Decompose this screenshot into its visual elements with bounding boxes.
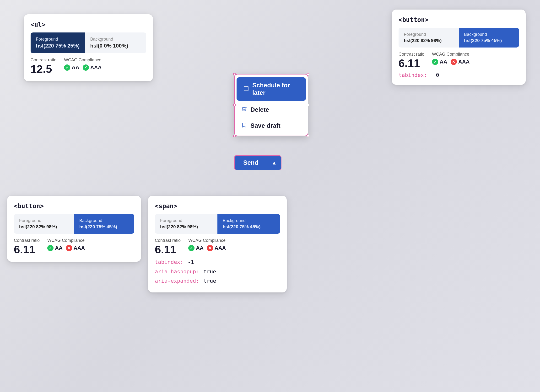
- tabindex-row-btn-top: tabindex: 0: [399, 72, 519, 78]
- send-dot-tl: [234, 155, 236, 157]
- dot-tr: [307, 73, 309, 75]
- dot-mr: [307, 104, 309, 106]
- aa-text-span: AA: [196, 245, 204, 251]
- wcag-block-btn-top: WCAG Compliance ✓ AA ✕ AAA: [432, 52, 470, 65]
- contrast-value-btn-top: 6.11: [399, 58, 424, 69]
- save-draft-label: Save draft: [250, 122, 281, 129]
- swatch-bg-val-btn-bot: hsl(220 75% 45%): [79, 224, 129, 229]
- card-button-bottom: <button> Foreground hsl(220 82% 98%) Bac…: [7, 196, 141, 262]
- swatch-fg-label-ul: Foreground: [36, 37, 80, 42]
- dropdown-menu[interactable]: Schedule for later Delete Save draft: [234, 74, 308, 136]
- swatch-fg-label-btn-bot: Foreground: [19, 218, 69, 223]
- color-swatches-button-top: Foreground hsl(220 82% 98%) Background h…: [399, 28, 519, 48]
- aria-tabindex-name: tabindex:: [155, 259, 183, 265]
- wcag-block-ul: WCAG Compliance ✓ AA ✓ AAA: [64, 58, 102, 71]
- aa-label-btn-top: AA: [440, 59, 447, 65]
- delete-label: Delete: [250, 106, 269, 113]
- wcag-label-ul: WCAG Compliance: [64, 58, 102, 63]
- aaa-text-span: AAA: [215, 245, 226, 251]
- swatch-bg-span: Background hsl(220 75% 45%): [217, 214, 280, 234]
- swatch-fg-label-btn-top: Foreground: [404, 32, 454, 37]
- badge-aa-ul: ✓ AA: [64, 64, 79, 71]
- swatch-foreground-ul: Foreground hsl(220 75% 25%): [31, 32, 85, 53]
- aaa-pass-icon-ul: ✓: [83, 64, 89, 71]
- aaa-label-ul: AAA: [90, 64, 102, 71]
- trash-icon: [241, 106, 247, 113]
- bookmark-icon: [241, 122, 247, 129]
- svg-rect-0: [244, 86, 248, 91]
- aria-row-tabindex: tabindex:-1: [155, 257, 280, 267]
- badge-aaa-btn-bot: ✕ AAA: [66, 245, 85, 251]
- badge-aaa-ul: ✓ AAA: [83, 64, 102, 71]
- contrast-label-btn-bot: Contrast ratio: [14, 238, 40, 243]
- swatch-fg-span: Foreground hsl(220 82% 98%): [155, 214, 217, 234]
- wcag-block-btn-bot: WCAG Compliance ✓ AA ✕ AAA: [47, 238, 85, 251]
- dropdown-item-delete[interactable]: Delete: [235, 102, 308, 118]
- swatch-bg-button-top: Background hsl(220 75% 45%): [459, 28, 519, 48]
- contrast-value-ul: 12.5: [31, 64, 56, 74]
- badge-aaa-span: ✕ AAA: [207, 245, 226, 251]
- wcag-badges-ul: ✓ AA ✓ AAA: [64, 64, 102, 71]
- metrics-button-top: Contrast ratio 6.11 WCAG Compliance ✓ AA…: [399, 52, 519, 69]
- dot-ml: [233, 104, 236, 106]
- wcag-label-btn-top: WCAG Compliance: [432, 52, 470, 57]
- metrics-btn-bottom: Contrast ratio 6.11 WCAG Compliance ✓ AA…: [14, 238, 134, 255]
- swatch-background-ul: Background hsl(0 0% 100%): [85, 32, 146, 53]
- card-span: <span> Foreground hsl(220 82% 98%) Backg…: [148, 196, 287, 292]
- swatch-bg-label-btn-top: Background: [464, 32, 514, 37]
- swatch-fg-val-btn-top: hsl(220 82% 98%): [404, 38, 454, 43]
- aaa-fail-icon-btn-top: ✕: [451, 59, 457, 65]
- contrast-block-ul: Contrast ratio 12.5: [31, 58, 56, 74]
- swatch-bg-label-span: Background: [223, 218, 275, 223]
- card-tag-span: <span>: [155, 202, 280, 210]
- tabindex-attr-value: 0: [436, 72, 439, 78]
- swatch-fg-btn-bottom: Foreground hsl(220 82% 98%): [14, 214, 74, 234]
- metrics-ul: Contrast ratio 12.5 WCAG Compliance ✓ AA…: [31, 58, 146, 74]
- calendar-icon: [243, 85, 249, 93]
- chevron-up-icon: ▲: [272, 160, 277, 166]
- aria-haspopup-val: true: [203, 269, 216, 275]
- aria-expanded-val: true: [203, 278, 216, 284]
- card-button-top: <button> Foreground hsl(220 82% 98%) Bac…: [392, 10, 526, 85]
- aaa-icon-btn-bot: ✕: [66, 245, 72, 251]
- aa-icon-span: ✓: [188, 245, 194, 251]
- aa-pass-icon-ul: ✓: [64, 64, 70, 71]
- card-tag-ul: <ul>: [31, 21, 146, 28]
- aa-text-btn-bot: AA: [55, 245, 63, 251]
- swatch-fg-val-span: hsl(220 82% 98%): [160, 224, 212, 229]
- card-ul: <ul> Foreground hsl(220 75% 25%) Backgro…: [24, 14, 153, 81]
- contrast-value-btn-bot: 6.11: [14, 244, 40, 255]
- aaa-label-btn-top: AAA: [458, 59, 470, 65]
- aria-haspopup-name: aria-haspopup:: [155, 269, 199, 275]
- badge-aa-btn-top: ✓ AA: [432, 59, 447, 65]
- send-button[interactable]: Send: [235, 156, 267, 170]
- send-button-group[interactable]: Send ▲: [234, 155, 281, 170]
- contrast-value-span: 6.11: [155, 244, 181, 255]
- contrast-label-span: Contrast ratio: [155, 238, 181, 243]
- swatch-bg-val-span: hsl(220 75% 45%): [223, 224, 275, 229]
- aa-pass-icon-btn-top: ✓: [432, 59, 438, 65]
- dropdown-item-save-draft[interactable]: Save draft: [235, 118, 308, 134]
- wcag-label-btn-bot: WCAG Compliance: [47, 238, 85, 243]
- contrast-block-btn-top: Contrast ratio 6.11: [399, 52, 424, 69]
- aria-row-haspopup: aria-haspopup:true: [155, 267, 280, 276]
- contrast-label-ul: Contrast ratio: [31, 58, 56, 63]
- send-dot-tr: [280, 155, 281, 157]
- aria-row-expanded: aria-expanded:true: [155, 276, 280, 286]
- swatch-bg-btn-bottom: Background hsl(220 75% 45%): [74, 214, 134, 234]
- swatch-bg-val-btn-top: hsl(220 75% 45%): [464, 38, 514, 43]
- contrast-block-btn-bot: Contrast ratio 6.11: [14, 238, 40, 255]
- swatch-bg-label-btn-bot: Background: [79, 218, 129, 223]
- send-chevron-button[interactable]: ▲: [267, 156, 281, 170]
- wcag-badges-span: ✓ AA ✕ AAA: [188, 245, 226, 251]
- schedule-label: Schedule for later: [252, 82, 299, 96]
- wcag-block-span: WCAG Compliance ✓ AA ✕ AAA: [188, 238, 226, 251]
- contrast-label-btn-top: Contrast ratio: [399, 52, 424, 57]
- dropdown-item-schedule[interactable]: Schedule for later: [237, 77, 306, 101]
- wcag-label-span: WCAG Compliance: [188, 238, 226, 243]
- wcag-badges-btn-top: ✓ AA ✕ AAA: [432, 59, 470, 65]
- dot-tl: [233, 73, 236, 75]
- color-swatches-ul: Foreground hsl(220 75% 25%) Background h…: [31, 32, 146, 53]
- metrics-span: Contrast ratio 6.11 WCAG Compliance ✓ AA…: [155, 238, 280, 255]
- tabindex-attr-name: tabindex:: [399, 72, 427, 78]
